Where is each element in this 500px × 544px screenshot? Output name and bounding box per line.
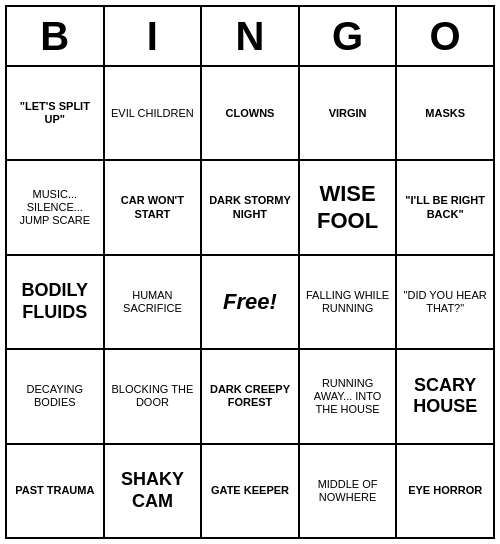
- bingo-cell-3-2: DARK CREEPY FOREST: [202, 350, 300, 442]
- bingo-row-1: MUSIC... SILENCE... JUMP SCARECAR WON'T …: [7, 161, 493, 255]
- bingo-cell-4-0: PAST TRAUMA: [7, 445, 105, 537]
- bingo-cell-4-1: SHAKY CAM: [105, 445, 203, 537]
- bingo-cell-2-4: "DID YOU HEAR THAT?": [397, 256, 493, 348]
- bingo-cell-3-1: BLOCKING THE DOOR: [105, 350, 203, 442]
- bingo-row-3: DECAYING BODIESBLOCKING THE DOORDARK CRE…: [7, 350, 493, 444]
- bingo-cell-2-0: BODILY FLUIDS: [7, 256, 105, 348]
- bingo-cell-1-4: "I'LL BE RIGHT BACK": [397, 161, 493, 253]
- bingo-cell-2-2: Free!: [202, 256, 300, 348]
- bingo-row-4: PAST TRAUMASHAKY CAMGATE KEEPERMIDDLE OF…: [7, 445, 493, 537]
- bingo-cell-2-3: FALLING WHILE RUNNING: [300, 256, 398, 348]
- bingo-cell-0-0: "LET'S SPLIT UP": [7, 67, 105, 159]
- bingo-grid: "LET'S SPLIT UP"EVIL CHILDRENCLOWNSVIRGI…: [7, 67, 493, 537]
- bingo-cell-1-2: DARK STORMY NIGHT: [202, 161, 300, 253]
- bingo-cell-2-1: HUMAN SACRIFICE: [105, 256, 203, 348]
- bingo-row-2: BODILY FLUIDSHUMAN SACRIFICEFree!FALLING…: [7, 256, 493, 350]
- bingo-card: BINGO "LET'S SPLIT UP"EVIL CHILDRENCLOWN…: [5, 5, 495, 539]
- bingo-cell-0-4: MASKS: [397, 67, 493, 159]
- bingo-cell-4-4: EYE HORROR: [397, 445, 493, 537]
- bingo-cell-1-3: WISE FOOL: [300, 161, 398, 253]
- bingo-cell-4-3: MIDDLE OF NOWHERE: [300, 445, 398, 537]
- bingo-cell-0-1: EVIL CHILDREN: [105, 67, 203, 159]
- bingo-header: BINGO: [7, 7, 493, 67]
- header-letter-n: N: [202, 7, 300, 65]
- bingo-cell-3-0: DECAYING BODIES: [7, 350, 105, 442]
- bingo-cell-3-3: RUNNING AWAY... INTO THE HOUSE: [300, 350, 398, 442]
- bingo-cell-3-4: SCARY HOUSE: [397, 350, 493, 442]
- bingo-cell-1-1: CAR WON'T START: [105, 161, 203, 253]
- header-letter-o: O: [397, 7, 493, 65]
- bingo-cell-4-2: GATE KEEPER: [202, 445, 300, 537]
- header-letter-b: B: [7, 7, 105, 65]
- bingo-row-0: "LET'S SPLIT UP"EVIL CHILDRENCLOWNSVIRGI…: [7, 67, 493, 161]
- bingo-cell-0-2: CLOWNS: [202, 67, 300, 159]
- header-letter-i: I: [105, 7, 203, 65]
- header-letter-g: G: [300, 7, 398, 65]
- bingo-cell-1-0: MUSIC... SILENCE... JUMP SCARE: [7, 161, 105, 253]
- bingo-cell-0-3: VIRGIN: [300, 67, 398, 159]
